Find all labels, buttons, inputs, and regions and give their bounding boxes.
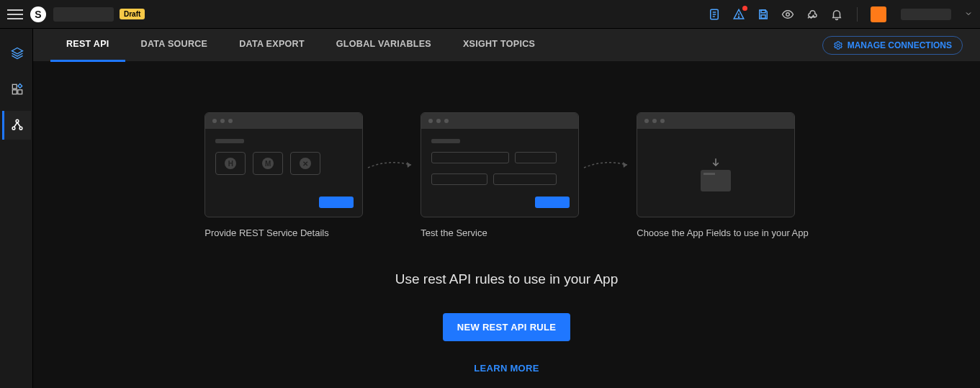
manage-connections-label: MANAGE CONNECTIONS <box>848 40 952 50</box>
nav-connections[interactable] <box>2 111 31 140</box>
alert-dot <box>742 6 747 11</box>
method-icon-h: H <box>215 152 246 175</box>
chevron-down-icon[interactable] <box>964 8 973 21</box>
step-2-caption: Test the Service <box>421 227 487 238</box>
tab-data-export[interactable]: DATA EXPORT <box>223 29 320 62</box>
tab-global-variables[interactable]: GLOBAL VARIABLES <box>320 29 447 62</box>
svg-rect-6 <box>761 10 765 13</box>
publish-icon[interactable] <box>805 7 819 22</box>
method-icon-x: ✕ <box>290 152 320 175</box>
svg-marker-20 <box>407 162 411 168</box>
manage-connections-button[interactable]: MANAGE CONNECTIONS <box>822 36 963 55</box>
svg-rect-10 <box>12 84 17 89</box>
svg-marker-21 <box>623 162 627 168</box>
step-1-caption: Provide REST Service Details <box>204 227 328 238</box>
step-1-card: H M ✕ <box>204 112 363 217</box>
step-3-card <box>637 112 795 217</box>
card-button-stub <box>535 197 570 208</box>
step-3-caption: Choose the App Fields to use in your App <box>637 227 809 238</box>
step-3: Choose the App Fields to use in your App <box>637 112 809 238</box>
nav-apps[interactable] <box>2 75 31 104</box>
svg-point-14 <box>16 119 19 122</box>
new-rest-api-rule-button[interactable]: NEW REST API RULE <box>443 313 571 341</box>
username-placeholder <box>901 9 951 20</box>
preview-icon[interactable] <box>781 7 795 22</box>
bell-icon[interactable] <box>830 7 844 22</box>
main-content: REST API DATA SOURCE DATA EXPORT GLOBAL … <box>33 29 980 388</box>
arrow-icon <box>367 158 417 172</box>
svg-rect-12 <box>18 90 22 94</box>
svg-marker-13 <box>18 84 22 89</box>
divider <box>857 7 858 22</box>
step-1: H M ✕ Provide REST Service Details <box>204 112 363 238</box>
save-icon[interactable] <box>756 7 770 22</box>
warning-icon[interactable] <box>732 7 746 22</box>
app-logo[interactable]: S <box>30 6 46 22</box>
step-2-card <box>421 112 579 217</box>
left-nav <box>0 29 33 388</box>
tab-data-source[interactable]: DATA SOURCE <box>125 29 224 62</box>
nav-layers[interactable] <box>2 39 31 68</box>
avatar[interactable] <box>871 6 886 22</box>
empty-state-subtitle: Use rest API rules to use in your App <box>395 271 618 287</box>
gear-icon <box>833 40 843 50</box>
step-2: Test the Service <box>421 112 579 238</box>
svg-line-18 <box>17 122 20 127</box>
tabs-row: REST API DATA SOURCE DATA EXPORT GLOBAL … <box>33 29 980 62</box>
svg-rect-11 <box>12 90 17 94</box>
svg-point-5 <box>738 17 739 17</box>
tab-rest-api[interactable]: REST API <box>50 29 125 62</box>
empty-state: H M ✕ Provide REST Service Details <box>33 62 980 388</box>
svg-line-17 <box>14 122 17 127</box>
svg-point-8 <box>786 12 790 16</box>
app-title-placeholder <box>53 7 114 22</box>
menu-icon[interactable] <box>7 6 23 22</box>
top-bar: S Draft <box>0 0 980 29</box>
draft-badge: Draft <box>120 9 145 19</box>
svg-point-19 <box>837 44 840 47</box>
card-button-stub <box>319 197 354 208</box>
notes-icon[interactable] <box>707 7 721 22</box>
tab-xsight-topics[interactable]: XSIGHT TOPICS <box>447 29 551 62</box>
learn-more-link[interactable]: LEARN MORE <box>474 363 539 374</box>
svg-marker-9 <box>12 48 23 54</box>
method-icon-m: M <box>253 152 283 175</box>
svg-rect-7 <box>761 14 765 18</box>
arrow-icon <box>583 158 633 172</box>
download-box-icon <box>701 170 731 191</box>
topbar-actions <box>707 6 973 22</box>
